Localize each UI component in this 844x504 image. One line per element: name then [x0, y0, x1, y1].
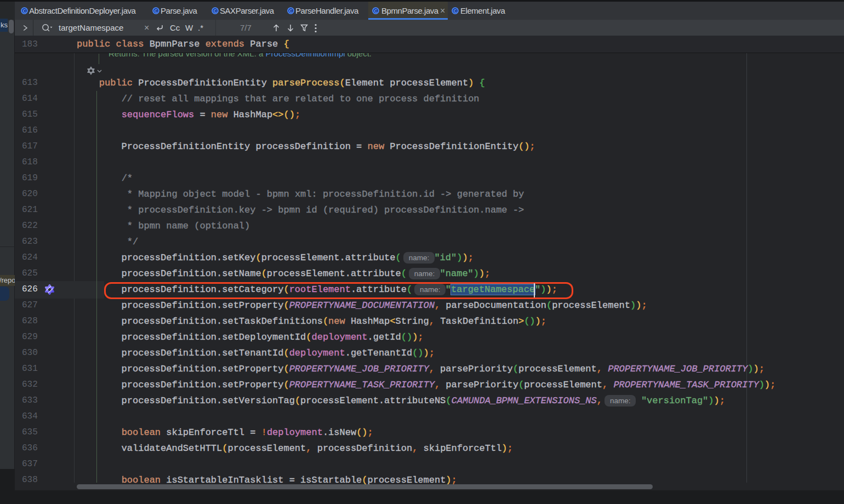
svg-text:C: C [213, 8, 216, 14]
svg-text:C: C [453, 8, 457, 14]
svg-text:C: C [374, 8, 377, 14]
svg-text:C: C [154, 8, 157, 14]
svg-text:C: C [22, 8, 26, 14]
svg-text:C: C [289, 8, 292, 14]
